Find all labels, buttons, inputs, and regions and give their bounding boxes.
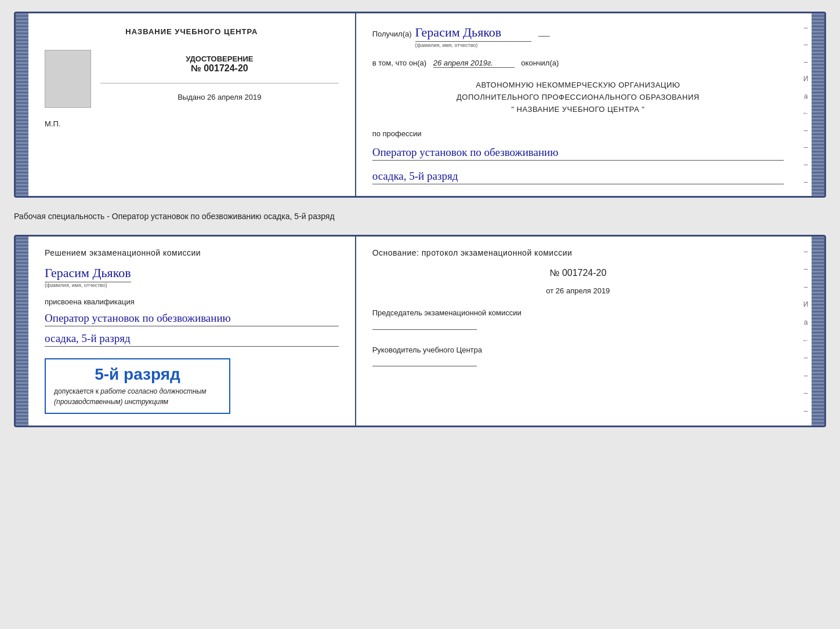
mp-label: М.П. (45, 119, 339, 128)
org-block: АВТОНОМНУЮ НЕКОММЕРЧЕСКУЮ ОРГАНИЗАЦИЮ ДО… (372, 79, 784, 115)
sep-line (100, 83, 339, 83)
director-block: Руководитель учебного Центра (372, 345, 784, 369)
commission-name: Герасим Дьяков (45, 266, 131, 282)
director-sig-line (372, 366, 477, 366)
stamp-prefix: допускается к (54, 387, 99, 395)
chairman-label: Председатель экзаменационной комиссии (372, 308, 784, 318)
protocol-date: от 26 апреля 2019 (372, 286, 784, 295)
top-document: НАЗВАНИЕ УЧЕБНОГО ЦЕНТРА УДОСТОВЕРЕНИЕ №… (14, 12, 826, 198)
bottom-document: Решением экзаменационной комиссии Гераси… (14, 235, 826, 427)
top-doc-right: Получил(а) Герасим Дьяков (фамилия, имя,… (356, 13, 800, 196)
director-label: Руководитель учебного Центра (372, 345, 784, 355)
page-wrapper: НАЗВАНИЕ УЧЕБНОГО ЦЕНТРА УДОСТОВЕРЕНИЕ №… (14, 12, 826, 427)
photo-placeholder (45, 50, 91, 108)
profession-label: по профессии (372, 129, 784, 138)
chairman-block: Председатель экзаменационной комиссии (372, 308, 784, 332)
stamp-rank: 5-й разряд (54, 365, 221, 384)
profession-line2: осадка, 5-й разряд (372, 170, 784, 184)
right-marks-top: – – – И а ← – – – – (800, 13, 812, 196)
profession-line1: Оператор установок по обезвоживанию (372, 146, 784, 161)
cert-number: № 001724-20 (186, 63, 253, 74)
protocol-number: № 001724-20 (372, 268, 784, 278)
recipient-name-block: Герасим Дьяков (фамилия, имя, отчество) (415, 25, 531, 48)
recipient-name: Герасим Дьяков (415, 25, 531, 42)
right-texture-top (812, 13, 824, 196)
org-line1: АВТОНОМНУЮ НЕКОММЕРЧЕСКУЮ ОРГАНИЗАЦИЮ (372, 79, 784, 92)
bottom-doc-right: Основание: протокол экзаменационной коми… (356, 237, 800, 426)
right-texture-bottom (812, 237, 824, 426)
left-texture-bottom (16, 237, 28, 426)
org-line3: " НАЗВАНИЕ УЧЕБНОГО ЦЕНТРА " (372, 104, 784, 116)
issued-label: Выдано (178, 93, 205, 101)
stamp-text: допускается к работе согласно должностны… (54, 386, 221, 407)
commission-name-sub: (фамилия, имя, отчество) (45, 282, 107, 288)
left-texture-top (16, 13, 28, 196)
bottom-doc-left: Решением экзаменационной комиссии Гераси… (28, 237, 356, 426)
qualification-line2: осадка, 5-й разряд (45, 332, 339, 347)
received-label: Получил(а) (372, 30, 412, 38)
dash-decoration (538, 36, 550, 37)
commission-title: Решением экзаменационной комиссии (45, 248, 339, 257)
qualification-line1: Оператор установок по обезвоживанию (45, 312, 339, 326)
issued-date: Выдано 26 апреля 2019 (178, 93, 261, 101)
qualification-label: присвоена квалификация (45, 297, 339, 306)
protocol-date-value: 26 апреля 2019 (556, 286, 610, 295)
cert-id-section: УДОСТОВЕРЕНИЕ № 001724-20 (186, 54, 253, 74)
chairman-sig-line (372, 329, 477, 330)
recipient-line: Получил(а) Герасим Дьяков (фамилия, имя,… (372, 25, 784, 48)
right-marks-bottom: – – – И а ← – – – – (800, 237, 812, 426)
stamp-box: 5-й разряд допускается к работе согласно… (45, 358, 230, 414)
cert-date-line: в том, что он(а) 26 апреля 2019г. окончи… (372, 59, 784, 68)
cert-id-col: УДОСТОВЕРЕНИЕ № 001724-20 Выдано 26 апре… (100, 50, 339, 101)
name-subtitle-top: (фамилия, имя, отчество) (415, 42, 478, 48)
date-value: 26 апреля 2019г. (433, 59, 515, 68)
cert-label: УДОСТОВЕРЕНИЕ (186, 54, 253, 63)
date-prefix: от (546, 286, 553, 295)
finished-label: окончил(а) (521, 59, 559, 67)
issued-date-value: 26 апреля 2019 (207, 93, 262, 101)
date-label: в том, что он(а) (372, 59, 426, 67)
commission-name-block: Герасим Дьяков (фамилия, имя, отчество) (45, 263, 339, 288)
separator-text: Рабочая специальность - Оператор установ… (14, 207, 826, 226)
photo-row: УДОСТОВЕРЕНИЕ № 001724-20 Выдано 26 апре… (45, 50, 339, 108)
top-doc-left: НАЗВАНИЕ УЧЕБНОГО ЦЕНТРА УДОСТОВЕРЕНИЕ №… (28, 13, 356, 196)
org-line2: ДОПОЛНИТЕЛЬНОГО ПРОФЕССИОНАЛЬНОГО ОБРАЗО… (372, 92, 784, 104)
basis-label: Основание: протокол экзаменационной коми… (372, 248, 784, 257)
cert-school-title: НАЗВАНИЕ УЧЕБНОГО ЦЕНТРА (45, 27, 339, 36)
